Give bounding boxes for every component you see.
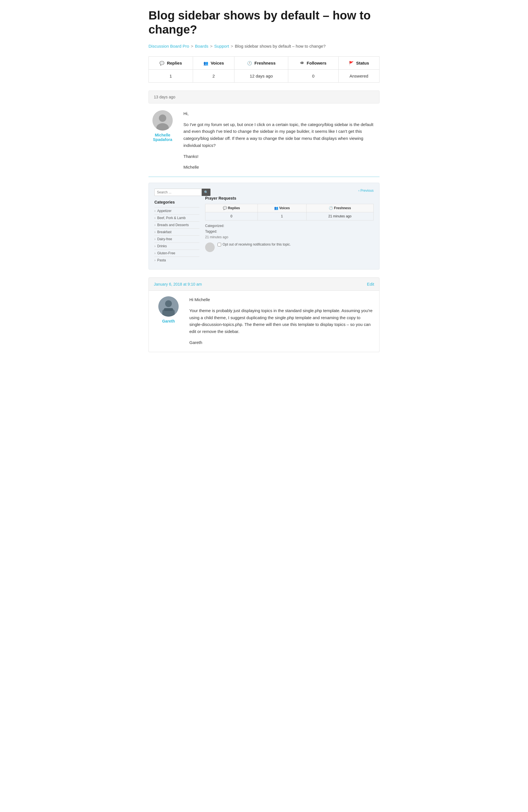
svg-point-1: [159, 115, 166, 122]
opt-out-label: Opt out of receiving notifications for t…: [223, 243, 291, 246]
freshness-icon: 🕐: [247, 61, 252, 66]
avatar: [152, 110, 173, 131]
widget-search-bar[interactable]: 🔍: [154, 189, 199, 196]
avatar-gareth: [159, 296, 179, 317]
widget-categorized: Categorized:: [205, 224, 374, 228]
list-item: Pasta: [154, 257, 199, 264]
opt-out-checkbox[interactable]: [217, 243, 221, 246]
post-line-3: Thanks!: [183, 153, 379, 160]
post-line-2: So I've got my forum set up, but once I …: [183, 121, 379, 149]
widget-categories: Categories Appetizer Beef, Pork & Lamb B…: [154, 200, 199, 264]
replies-icon: 💬: [160, 61, 164, 66]
stats-th-voices: 👥 Voices: [193, 56, 235, 69]
widget-user-row: Opt out of receiving notifications for t…: [205, 243, 374, 252]
reply-post-wrapper: Gareth Hi Michelle Your theme is probabl…: [154, 296, 374, 346]
post-timestamp-bar: 13 days ago: [149, 90, 379, 103]
svg-point-4: [165, 300, 172, 307]
stats-followers-value: 0: [288, 69, 338, 82]
author-name-gareth[interactable]: Gareth: [162, 319, 175, 323]
post-line-1: Hi,: [183, 110, 379, 117]
widget-timestamp: 21 minutes ago: [205, 235, 374, 239]
widget-topic-title: Prayer Requests: [205, 196, 374, 201]
list-item: Appetizer: [154, 207, 199, 214]
list-item: Dairy-free: [154, 235, 199, 243]
reply-line-2: Your theme is probably just displaying t…: [189, 307, 374, 335]
reply-body-gareth: Hi Michelle Your theme is probably just …: [189, 296, 374, 346]
breadcrumb-link-discussion-board-pro[interactable]: Discussion Board Pro: [149, 44, 189, 48]
page-title: Blog sidebar shows by default – how to c…: [149, 9, 379, 37]
mini-voices-val: 1: [257, 212, 306, 220]
mini-th-freshness: 🕐 Freshness: [306, 204, 373, 212]
voices-icon: 👥: [203, 61, 208, 66]
stats-th-followers: 👁 Followers: [288, 56, 338, 69]
reply-line-1: Hi Michelle: [189, 296, 374, 303]
list-item: Breakfast: [154, 228, 199, 235]
mini-voices-icon: 👥: [274, 206, 279, 210]
status-icon: 🚩: [349, 61, 353, 66]
followers-icon: 👁: [300, 61, 304, 66]
mini-freshness-icon: 🕐: [329, 206, 334, 210]
list-item: Breads and Desserts: [154, 221, 199, 228]
stats-th-status: 🚩 Status: [338, 56, 379, 69]
list-item: Drinks: [154, 243, 199, 249]
mini-stats-table: 💬 Replies 👥 Voices 🕐 Freshness: [205, 204, 374, 220]
breadcrumb: Discussion Board Pro > Boards > Support …: [149, 44, 379, 48]
post-line-4: Michelle: [183, 164, 379, 171]
reply-author: Gareth: [154, 296, 183, 346]
first-post: MichelleSpadafora Hi, So I've got my for…: [149, 110, 379, 171]
stats-voices-value: 2: [193, 69, 235, 82]
mini-avatar: [205, 243, 215, 252]
breadcrumb-current: Blog sidebar shows by default – how to c…: [235, 44, 326, 48]
widget-prev-link[interactable]: Previous: [205, 189, 374, 192]
list-item: Beef, Pork & Lamb: [154, 214, 199, 221]
screenshot-widget: 🔍 Categories Appetizer Beef, Pork & Lamb…: [149, 183, 379, 270]
post-body-michelle: Hi, So I've got my forum set up, but onc…: [183, 110, 379, 171]
stats-replies-value: 1: [149, 69, 193, 82]
reply-timestamp: January 6, 2018 at 9:10 am: [154, 282, 202, 287]
mini-th-voices: 👥 Voices: [257, 204, 306, 212]
mini-replies-val: 0: [206, 212, 258, 220]
stats-th-freshness: 🕐 Freshness: [235, 56, 288, 69]
author-name-michelle[interactable]: MichelleSpadafora: [153, 133, 172, 142]
widget-tagged: Tagged:: [205, 230, 374, 233]
stats-status-value: Answered: [338, 69, 379, 82]
widget-left-panel: 🔍 Categories Appetizer Beef, Pork & Lamb…: [154, 189, 199, 264]
post-author: MichelleSpadafora: [149, 110, 177, 171]
widget-right-panel: Previous Prayer Requests 💬 Replies 👥 Voi…: [205, 189, 374, 264]
mini-replies-icon: 💬: [223, 206, 228, 210]
reply-post-container: Gareth Hi Michelle Your theme is probabl…: [149, 291, 379, 352]
reply-header-bar: January 6, 2018 at 9:10 am Edit: [149, 277, 379, 291]
mini-th-replies: 💬 Replies: [206, 204, 258, 212]
breadcrumb-link-support[interactable]: Support: [214, 44, 229, 48]
widget-categories-list: Appetizer Beef, Pork & Lamb Breads and D…: [154, 207, 199, 264]
reply-line-3: Gareth: [189, 339, 374, 346]
widget-opt-out: Opt out of receiving notifications for t…: [217, 243, 291, 246]
post-divider: [149, 176, 379, 177]
breadcrumb-link-boards[interactable]: Boards: [195, 44, 209, 48]
widget-categories-title: Categories: [154, 200, 199, 204]
stats-table: 💬 Replies 👥 Voices 🕐 Freshness 👁 Followe…: [149, 56, 379, 83]
breadcrumb-sep-1: >: [191, 44, 193, 48]
reply-edit-link[interactable]: Edit: [367, 282, 374, 287]
breadcrumb-sep-2: >: [210, 44, 213, 48]
widget-search-input[interactable]: [154, 189, 202, 196]
breadcrumb-sep-3: >: [231, 44, 233, 48]
stats-th-replies: 💬 Replies: [149, 56, 193, 69]
list-item: Gluten-Free: [154, 249, 199, 257]
svg-rect-6: [164, 308, 173, 311]
stats-freshness-value: 12 days ago: [235, 69, 288, 82]
mini-freshness-val: 21 minutes ago: [306, 212, 373, 220]
